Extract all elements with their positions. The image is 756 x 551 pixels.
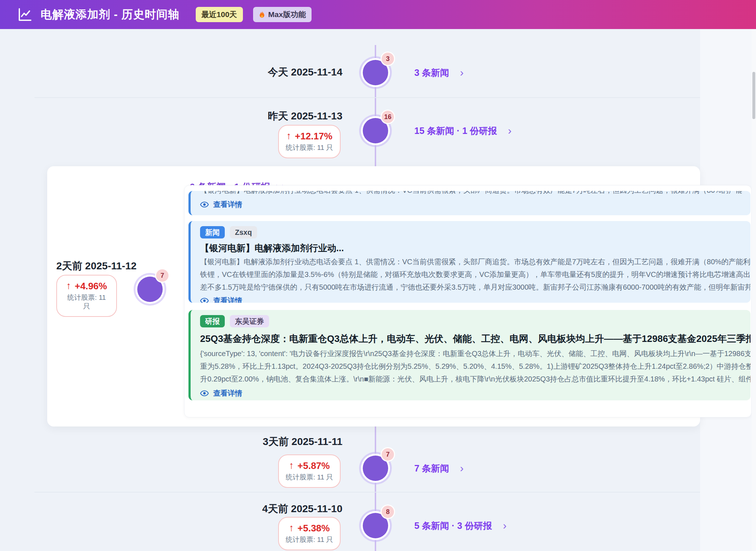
view-detail-label: 查看详情 bbox=[213, 200, 242, 209]
change-stat-card: ↑ +5.87% 统计股票: 11 只 bbox=[278, 454, 341, 488]
timeline-date-today: 今天 2025-11-14 bbox=[0, 65, 342, 79]
flame-icon bbox=[259, 11, 265, 19]
badge-row: 研报 东吴证券 bbox=[200, 315, 742, 327]
report-body-line: {'sourceType': 13, 'content': '电力设备行业深度报… bbox=[200, 347, 742, 360]
change-stat-card: ↑ +4.96% 统计股票: 11 只 bbox=[56, 275, 117, 317]
chevron-right-icon: › bbox=[460, 67, 464, 78]
badge-row: 新闻 Zsxq bbox=[200, 226, 742, 238]
news-link-3days[interactable]: 7 条新闻 › bbox=[414, 456, 464, 481]
up-arrow-icon: ↑ bbox=[289, 461, 294, 470]
eye-icon bbox=[200, 201, 209, 208]
news-link-label: 7 条新闻 bbox=[414, 462, 449, 474]
scrollbar-thumb[interactable] bbox=[752, 72, 755, 119]
count-badge: 8 bbox=[382, 506, 394, 518]
timeline-canvas: 今天 2025-11-14 3 3 条新闻 › 昨天 2025-11-13 ↑ … bbox=[0, 29, 756, 551]
news-card-clipped: 【银河电新】电解液添加剂行业动态电话会要点 1、供需情况：VC当前供需很紧，头部… bbox=[188, 191, 751, 215]
row-divider bbox=[34, 97, 700, 98]
change-value: +5.38% bbox=[297, 523, 330, 533]
stocks-count-label: 统计股票: 11 只 bbox=[57, 293, 116, 311]
range-badge: 最近100天 bbox=[196, 7, 243, 22]
chevron-right-icon: › bbox=[503, 520, 507, 531]
report-title: 25Q3基金持仓深度：电新重仓Q3总体上升，电动车、光伏、储能、工控、电网、风电… bbox=[200, 332, 742, 345]
view-detail-link[interactable]: 查看详情 bbox=[200, 200, 742, 209]
up-arrow-icon: ↑ bbox=[286, 131, 292, 141]
change-value: +5.87% bbox=[297, 461, 330, 470]
count-badge: 3 bbox=[382, 53, 394, 65]
view-detail-label: 查看详情 bbox=[213, 388, 242, 398]
chevron-right-icon: › bbox=[508, 125, 512, 136]
stocks-count-label: 统计股票: 11 只 bbox=[286, 473, 333, 482]
timeline-node-4days[interactable]: 8 bbox=[363, 513, 388, 538]
cards-container: 【银河电新】电解液添加剂行业动态电话会要点 1、供需情况：VC当前供需很紧，头部… bbox=[184, 185, 752, 417]
change-percent: ↑ +5.38% bbox=[289, 523, 330, 533]
expanded-day-panel: 6 条新闻 · 1 份研报 2天前 2025-11-12 ↑ +4.96% 统计… bbox=[47, 166, 700, 426]
eye-icon bbox=[200, 390, 209, 396]
change-percent: ↑ +5.87% bbox=[289, 461, 330, 470]
timeline-date-2days: 2天前 2025-11-12 bbox=[56, 259, 128, 273]
news-body-line: 铁锂，VC在铁锂里面的添加量是3.5%-6%（特别是储能，对循环充放电次数要求更… bbox=[200, 268, 742, 281]
timeline-node-3days[interactable]: 7 bbox=[363, 456, 388, 481]
report-card: 研报 东吴证券 25Q3基金持仓深度：电新重仓Q3总体上升，电动车、光伏、储能、… bbox=[188, 310, 751, 400]
report-body-line: 重为5.28%，环比上升1.13pct。2024Q3-2025Q3持仓比例分别为… bbox=[200, 360, 742, 373]
news-type-badge: 新闻 bbox=[200, 226, 225, 238]
timeline-node-2days[interactable]: 7 bbox=[137, 277, 163, 302]
news-card: 新闻 Zsxq 【银河电新】电解液添加剂行业动... 【银河电新】电解液添加剂行… bbox=[188, 221, 751, 303]
news-body-line: 【银河电新】电解液添加剂行业动态电话会要点 1、供需情况：VC当前供需很紧，头部… bbox=[200, 256, 742, 268]
news-source-badge: Zsxq bbox=[230, 226, 257, 238]
change-stat-card: ↑ +5.38% 统计股票: 11 只 bbox=[278, 517, 341, 550]
timeline-node-yesterday[interactable]: 16 bbox=[363, 118, 388, 143]
eye-icon bbox=[200, 298, 209, 303]
up-arrow-icon: ↑ bbox=[289, 523, 294, 533]
news-link-label: 5 条新闻 · 3 份研报 bbox=[414, 520, 492, 532]
report-body-line: 升0.29pct至2.00%，钠电池、复合集流体上涨。\r\n■新能源：光伏、风… bbox=[200, 373, 742, 385]
stocks-count-label: 统计股票: 11 只 bbox=[286, 535, 333, 544]
timeline-date-4days: 4天前 2025-11-10 bbox=[0, 502, 342, 516]
clipped-text: 【银河电新】电解液添加剂行业动态电话会要点 1、供需情况：VC当前供需很紧，头部… bbox=[200, 191, 742, 195]
change-value: +4.96% bbox=[75, 281, 107, 291]
app-header: 电解液添加剂 - 历史时间轴 最近100天 Max版功能 bbox=[0, 0, 756, 29]
timeline-date-3days: 3天前 2025-11-11 bbox=[0, 435, 342, 449]
up-arrow-icon: ↑ bbox=[66, 281, 71, 291]
view-detail-label: 查看详情 bbox=[213, 296, 242, 303]
line-chart-icon bbox=[17, 6, 33, 23]
change-value: +12.17% bbox=[295, 131, 332, 141]
news-link-yesterday[interactable]: 15 条新闻 · 1 份研报 › bbox=[414, 118, 512, 143]
timeline-node-today[interactable]: 3 bbox=[363, 60, 388, 85]
news-body-line: 差不多1.5万吨是给宁德保供的，只有5000吨在市场进行流通，宁德也还要外采3.… bbox=[200, 281, 742, 294]
view-detail-link[interactable]: 查看详情 bbox=[200, 296, 742, 303]
report-type-badge: 研报 bbox=[200, 315, 225, 327]
news-link-4days[interactable]: 5 条新闻 · 3 份研报 › bbox=[414, 513, 507, 538]
change-stat-card: ↑ +12.17% 统计股票: 11 只 bbox=[278, 125, 341, 158]
count-badge: 7 bbox=[156, 269, 168, 282]
row-divider bbox=[34, 492, 700, 493]
news-link-label: 3 条新闻 bbox=[414, 67, 449, 79]
change-percent: ↑ +12.17% bbox=[286, 131, 333, 141]
max-badge-label: Max版功能 bbox=[268, 9, 306, 20]
timeline-date-yesterday: 昨天 2025-11-13 bbox=[0, 109, 342, 123]
news-link-today[interactable]: 3 条新闻 › bbox=[414, 60, 464, 85]
view-detail-link[interactable]: 查看详情 bbox=[200, 388, 742, 398]
timeline-page: 电解液添加剂 - 历史时间轴 最近100天 Max版功能 今天 2025-11-… bbox=[0, 0, 756, 551]
count-badge: 7 bbox=[382, 448, 394, 461]
max-feature-badge: Max版功能 bbox=[253, 7, 312, 22]
count-badge: 16 bbox=[382, 111, 394, 123]
news-link-label: 15 条新闻 · 1 份研报 bbox=[414, 125, 497, 137]
stocks-count-label: 统计股票: 11 只 bbox=[286, 143, 333, 152]
news-title: 【银河电新】电解液添加剂行业动... bbox=[200, 242, 742, 254]
chevron-right-icon: › bbox=[460, 463, 464, 474]
change-percent: ↑ +4.96% bbox=[66, 281, 107, 291]
page-title: 电解液添加剂 - 历史时间轴 bbox=[41, 7, 180, 22]
report-source-badge: 东吴证券 bbox=[230, 315, 269, 327]
